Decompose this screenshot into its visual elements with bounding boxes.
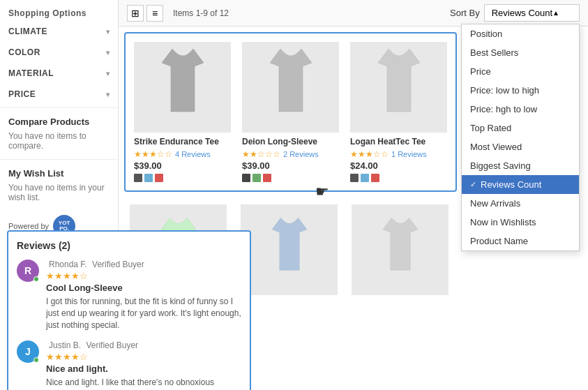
product-colors — [242, 174, 339, 182]
product-colors — [350, 174, 447, 182]
sort-option-price[interactable]: Price — [462, 62, 579, 81]
product-image — [242, 42, 339, 133]
review-stars: ★★★★☆ — [46, 271, 241, 281]
sidebar-filter-material-label: MATERIAL — [8, 68, 54, 78]
sort-option-label: Price: low to high — [470, 85, 539, 96]
product-card: Logan HeatTec Tee ★★★☆☆ 1 Reviews $24.00 — [345, 36, 453, 188]
sidebar-section-title: Shopping Options — [0, 6, 118, 21]
product-image — [352, 204, 448, 295]
sort-option-most-viewed[interactable]: Most Viewed — [462, 137, 579, 156]
color-swatch[interactable] — [371, 174, 379, 182]
color-swatch[interactable] — [242, 174, 250, 182]
sort-option-label: Price: hgh to low — [470, 104, 537, 114]
product-image — [134, 42, 231, 133]
items-count: Items 1-9 of 12 — [173, 8, 229, 18]
sort-option-label: Top Rated — [470, 123, 511, 133]
verified-badge — [33, 276, 39, 282]
sort-option-label: Best Sellers — [470, 47, 518, 58]
sort-option-now-in-wishlists[interactable]: Now in Wishlists — [462, 213, 579, 232]
product-price: $24.00 — [350, 160, 447, 171]
color-swatch[interactable] — [134, 174, 142, 182]
product-price: $39.00 — [242, 160, 339, 171]
sort-option-reviews-count[interactable]: ✓ Reviews Count — [462, 175, 579, 194]
sidebar-filter-color[interactable]: COLOR ▾ — [0, 42, 118, 63]
sort-current-value: Reviews Count — [492, 8, 552, 18]
chevron-up-icon: ▲ — [552, 9, 559, 17]
grid-view-button[interactable]: ⊞ — [127, 5, 144, 22]
product-card — [235, 199, 343, 305]
review-item: J Justin B. Verified Buyer ★★★★☆ Nice an… — [17, 340, 241, 390]
product-stars: ★★★☆☆ — [134, 149, 172, 159]
sort-option-label: Price — [470, 66, 491, 77]
product-name: Logan HeatTec Tee — [350, 137, 447, 147]
reviews-panel-title: Reviews (2) — [17, 240, 241, 251]
sort-option-position[interactable]: Position — [462, 24, 579, 43]
product-reviews-link[interactable]: 4 Reviews — [175, 150, 211, 158]
product-card: Deion Long-Sleeve ★★☆☆☆ 2 Reviews $39.00 — [236, 36, 345, 188]
wishlist-title: My Wish List — [0, 163, 118, 181]
chevron-down-icon: ▾ — [106, 49, 110, 57]
wishlist-text: You have no items in your wish list. — [0, 181, 118, 208]
product-reviews-link[interactable]: 1 Reviews — [391, 150, 427, 158]
product-card: Strike Endurance Tee ★★★☆☆ 4 Reviews $39… — [128, 36, 236, 188]
color-swatch[interactable] — [155, 174, 163, 182]
color-swatch[interactable] — [252, 174, 261, 182]
sort-option-label: Biggest Saving — [470, 160, 531, 171]
sort-by-area: Sort By Reviews Count ▲ — [450, 4, 580, 22]
sidebar-filter-price-label: PRICE — [8, 89, 36, 99]
compare-products-text: You have no items to compare. — [0, 130, 118, 156]
sort-option-label: Now in Wishlists — [470, 217, 536, 227]
color-swatch[interactable] — [144, 174, 153, 182]
product-stars: ★★★☆☆ — [350, 149, 389, 159]
sidebar-filter-price[interactable]: PRICE ▾ — [0, 84, 118, 105]
review-product-name: Cool Long-Sleeve — [46, 283, 241, 293]
compare-products-title: Compare Products — [0, 111, 118, 130]
verified-badge — [33, 357, 39, 363]
review-item: R Rhonda F. Verified Buyer ★★★★☆ Cool Lo… — [17, 260, 241, 331]
view-toggle: ⊞ ≡ — [127, 5, 163, 22]
sidebar-filter-color-label: COLOR — [8, 47, 40, 57]
powered-by-label: Powered by — [8, 222, 49, 230]
sort-option-price-low-high[interactable]: Price: low to high — [462, 81, 579, 100]
product-image — [350, 42, 447, 133]
sort-option-label: Most Viewed — [470, 142, 522, 152]
sort-option-biggest-saving[interactable]: Biggest Saving — [462, 156, 579, 175]
product-image — [241, 204, 338, 295]
chevron-down-icon: ▾ — [106, 91, 110, 98]
sort-option-price-high-low[interactable]: Price: hgh to low — [462, 100, 579, 119]
review-text: I got this for running, but the fit is k… — [46, 296, 241, 331]
review-author: Justin B. Verified Buyer — [46, 340, 241, 350]
sort-option-best-sellers[interactable]: Best Sellers — [462, 43, 579, 62]
color-swatch[interactable] — [361, 174, 369, 182]
sort-option-label: Position — [470, 29, 502, 39]
sort-option-label: New Arrivals — [470, 198, 520, 209]
sort-by-label: Sort By — [450, 8, 480, 18]
sidebar-filter-climate[interactable]: CLIMATE ▾ — [0, 21, 118, 42]
color-swatch[interactable] — [350, 174, 359, 182]
review-content: Justin B. Verified Buyer ★★★★☆ Nice and … — [46, 340, 241, 390]
review-stars: ★★★★☆ — [46, 352, 241, 362]
sort-select-button[interactable]: Reviews Count ▲ — [484, 4, 580, 22]
product-card — [346, 199, 454, 305]
color-swatch[interactable] — [263, 174, 271, 182]
product-reviews-link[interactable]: 2 Reviews — [283, 150, 319, 158]
highlighted-products-group: Strike Endurance Tee ★★★☆☆ 4 Reviews $39… — [124, 32, 457, 192]
product-stars: ★★☆☆☆ — [242, 149, 280, 159]
reviews-panel: Reviews (2) R Rhonda F. Verified Buyer ★… — [7, 230, 251, 390]
sidebar-filter-material[interactable]: MATERIAL ▾ — [0, 63, 118, 84]
product-colors — [134, 174, 231, 182]
sort-option-product-name[interactable]: Product Name — [462, 232, 579, 250]
sort-option-label: Reviews Count — [481, 179, 541, 190]
product-name: Strike Endurance Tee — [134, 137, 231, 147]
review-product-name: Nice and light. — [46, 363, 241, 374]
sort-dropdown[interactable]: Position Best Sellers Price Price: low t… — [461, 24, 580, 251]
sort-option-new-arrivals[interactable]: New Arrivals — [462, 194, 579, 213]
reviewer-avatar: R — [17, 260, 39, 282]
reviewer-avatar: J — [17, 340, 39, 363]
product-name: Deion Long-Sleeve — [242, 137, 339, 147]
toolbar: ⊞ ≡ Items 1-9 of 12 Sort By Reviews Coun… — [119, 0, 588, 27]
checkmark-icon: ✓ — [470, 180, 476, 189]
list-view-button[interactable]: ≡ — [146, 5, 163, 22]
sort-option-top-rated[interactable]: Top Rated — [462, 119, 579, 137]
sidebar-filter-climate-label: CLIMATE — [8, 27, 47, 36]
